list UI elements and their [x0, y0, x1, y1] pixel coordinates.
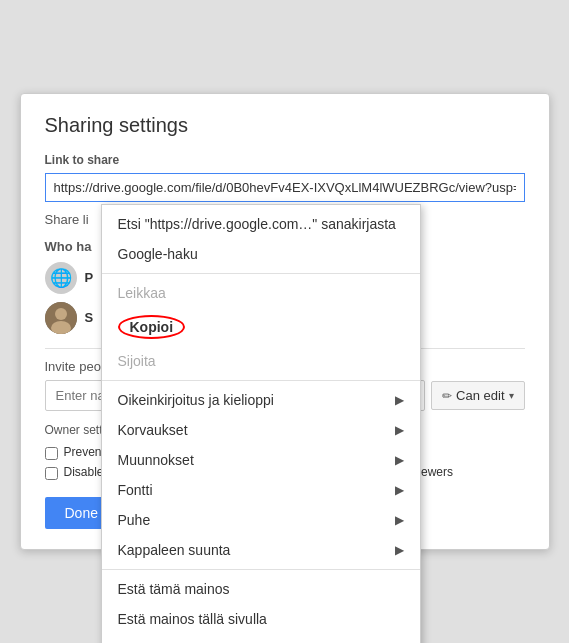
avatar-photo — [45, 302, 77, 334]
can-edit-button[interactable]: ✏ Can edit ▾ — [431, 381, 524, 410]
menu-separator-1 — [102, 273, 420, 274]
arrow-icon: ▶ — [395, 393, 404, 407]
arrow-icon: ▶ — [395, 453, 404, 467]
dialog-title: Sharing settings — [45, 114, 525, 137]
context-menu: Etsi "https://drive.google.com…" sanakir… — [101, 204, 421, 643]
link-url-input[interactable] — [45, 173, 525, 202]
arrow-icon: ▶ — [395, 513, 404, 527]
menu-item-muunnokset[interactable]: Muunnokset ▶ — [102, 445, 420, 475]
menu-item-google-search[interactable]: Google-haku — [102, 239, 420, 269]
pencil-icon: ✏ — [442, 389, 452, 403]
menu-item-search-dict[interactable]: Etsi "https://drive.google.com…" sanakir… — [102, 209, 420, 239]
menu-item-kopioi[interactable]: Kopioi — [102, 308, 420, 346]
menu-item-korvaukset[interactable]: Korvaukset ▶ — [102, 415, 420, 445]
kopioi-circled-label: Kopioi — [118, 315, 186, 339]
avatar-globe: 🌐 — [45, 262, 77, 294]
menu-item-puhe[interactable]: Puhe ▶ — [102, 505, 420, 535]
menu-item-palvelut[interactable]: Palvelut ▶ — [102, 634, 420, 643]
menu-item-kappaleen-suunta[interactable]: Kappaleen suunta ▶ — [102, 535, 420, 565]
menu-item-esta-mainos[interactable]: Estä tämä mainos — [102, 574, 420, 604]
arrow-icon: ▶ — [395, 423, 404, 437]
menu-separator-2 — [102, 380, 420, 381]
context-menu-overlay: Etsi "https://drive.google.com…" sanakir… — [101, 204, 421, 643]
menu-item-esta-mainos-sivulla[interactable]: Estä mainos tällä sivulla — [102, 604, 420, 634]
person-info-owner: S — [85, 309, 94, 327]
menu-item-oikeinkirjoitus[interactable]: Oikeinkirjoitus ja kielioppi ▶ — [102, 385, 420, 415]
disable-download-checkbox[interactable] — [45, 467, 58, 480]
person-info-public: P — [85, 269, 94, 287]
menu-item-leikkaa: Leikkaa — [102, 278, 420, 308]
caret-icon: ▾ — [509, 390, 514, 401]
menu-item-fontti[interactable]: Fontti ▶ — [102, 475, 420, 505]
menu-separator-3 — [102, 569, 420, 570]
arrow-icon: ▶ — [395, 483, 404, 497]
svg-point-1 — [55, 308, 67, 320]
sharing-settings-dialog: Sharing settings Link to share Share li … — [20, 93, 550, 550]
link-section-label: Link to share — [45, 153, 525, 167]
menu-item-sijoita: Sijoita — [102, 346, 420, 376]
can-edit-label: Can edit — [456, 388, 504, 403]
arrow-icon: ▶ — [395, 543, 404, 557]
prevent-editors-checkbox[interactable] — [45, 447, 58, 460]
